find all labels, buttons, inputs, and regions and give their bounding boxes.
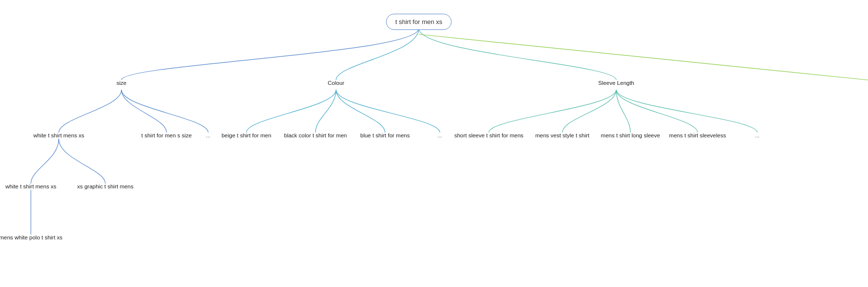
tree-lines bbox=[0, 0, 868, 287]
node-long-sleeve[interactable]: mens t shirt long sleeve bbox=[601, 132, 660, 138]
node-blue-t-shirt[interactable]: blue t shirt for mens bbox=[361, 132, 410, 138]
node-sleeveless[interactable]: mens t shirt sleeveless bbox=[669, 132, 726, 138]
node-short-sleeve-t-shirt[interactable]: short sleeve t shirt for mens bbox=[454, 132, 523, 138]
node-size[interactable]: size bbox=[117, 80, 126, 86]
node-black-color-t-shirt[interactable]: black color t shirt for men bbox=[284, 132, 347, 138]
node-white-t-shirt-xs-child[interactable]: white t shirt mens xs bbox=[5, 183, 56, 189]
node-vest-style[interactable]: mens vest style t shirt bbox=[535, 132, 590, 138]
svg-line-0 bbox=[419, 34, 868, 80]
node-sleeve-ellipsis: ... bbox=[755, 132, 760, 138]
node-beige-t-shirt[interactable]: beige t shirt for men bbox=[221, 132, 271, 138]
node-colour[interactable]: Colour bbox=[328, 80, 344, 86]
node-size-ellipsis: ... bbox=[206, 132, 211, 138]
node-polo-xs[interactable]: mens white polo t shirt xs bbox=[0, 235, 63, 240]
node-t-shirt-men-s-size[interactable]: t shirt for men s size bbox=[142, 132, 192, 138]
tree-canvas: t shirt for men xs size Colour Sleeve Le… bbox=[0, 0, 868, 287]
node-xs-graphic[interactable]: xs graphic t shirt mens bbox=[77, 183, 133, 189]
node-sleeve-length[interactable]: Sleeve Length bbox=[598, 80, 634, 86]
node-colour-ellipsis: ... bbox=[437, 132, 442, 138]
node-white-t-shirt-mens-xs[interactable]: white t shirt mens xs bbox=[33, 132, 84, 138]
root-node[interactable]: t shirt for men xs bbox=[386, 14, 452, 30]
